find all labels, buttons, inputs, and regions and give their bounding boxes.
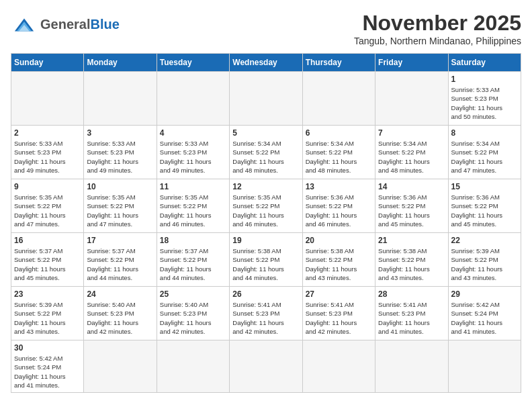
calendar-cell: 30Sunrise: 5:42 AM Sunset: 5:24 PM Dayli…	[11, 340, 84, 393]
page-header: GeneralBlue November 2025 Tangub, Northe…	[11, 11, 521, 46]
day-info: Sunrise: 5:38 AM Sunset: 5:22 PM Dayligh…	[232, 246, 299, 282]
calendar-cell	[230, 72, 302, 126]
calendar-cell: 17Sunrise: 5:37 AM Sunset: 5:22 PM Dayli…	[84, 233, 157, 287]
calendar-week-row: 30Sunrise: 5:42 AM Sunset: 5:24 PM Dayli…	[11, 340, 521, 393]
day-info: Sunrise: 5:38 AM Sunset: 5:22 PM Dayligh…	[306, 246, 372, 282]
weekday-header: Saturday	[448, 54, 521, 72]
day-info: Sunrise: 5:38 AM Sunset: 5:22 PM Dayligh…	[378, 246, 445, 282]
calendar-cell: 6Sunrise: 5:34 AM Sunset: 5:22 PM Daylig…	[302, 126, 375, 179]
calendar-cell: 9Sunrise: 5:35 AM Sunset: 5:22 PM Daylig…	[11, 179, 84, 233]
calendar-cell: 12Sunrise: 5:35 AM Sunset: 5:22 PM Dayli…	[230, 179, 302, 233]
calendar-cell: 3Sunrise: 5:33 AM Sunset: 5:23 PM Daylig…	[84, 126, 157, 179]
day-info: Sunrise: 5:35 AM Sunset: 5:22 PM Dayligh…	[232, 193, 299, 228]
day-info: Sunrise: 5:34 AM Sunset: 5:22 PM Dayligh…	[451, 139, 518, 175]
day-info: Sunrise: 5:37 AM Sunset: 5:22 PM Dayligh…	[160, 246, 226, 282]
calendar-cell: 10Sunrise: 5:35 AM Sunset: 5:22 PM Dayli…	[84, 179, 157, 233]
day-info: Sunrise: 5:33 AM Sunset: 5:23 PM Dayligh…	[87, 139, 153, 175]
calendar-cell: 26Sunrise: 5:41 AM Sunset: 5:23 PM Dayli…	[230, 287, 302, 340]
calendar-cell: 19Sunrise: 5:38 AM Sunset: 5:22 PM Dayli…	[230, 233, 302, 287]
calendar-body: 1Sunrise: 5:33 AM Sunset: 5:23 PM Daylig…	[11, 72, 521, 393]
day-info: Sunrise: 5:39 AM Sunset: 5:22 PM Dayligh…	[14, 300, 81, 336]
calendar-cell: 8Sunrise: 5:34 AM Sunset: 5:22 PM Daylig…	[448, 126, 521, 179]
weekday-header: Wednesday	[230, 54, 302, 72]
calendar-week-row: 1Sunrise: 5:33 AM Sunset: 5:23 PM Daylig…	[11, 72, 521, 126]
day-number: 7	[378, 128, 445, 138]
day-info: Sunrise: 5:37 AM Sunset: 5:22 PM Dayligh…	[87, 246, 153, 282]
day-number: 10	[87, 182, 153, 191]
day-number: 11	[160, 182, 226, 191]
calendar-week-row: 2Sunrise: 5:33 AM Sunset: 5:23 PM Daylig…	[11, 126, 521, 179]
calendar-cell	[84, 340, 157, 393]
day-number: 16	[14, 236, 81, 245]
calendar-table: SundayMondayTuesdayWednesdayThursdayFrid…	[11, 53, 521, 393]
day-number: 29	[451, 289, 518, 299]
day-info: Sunrise: 5:36 AM Sunset: 5:22 PM Dayligh…	[306, 193, 372, 228]
day-number: 3	[87, 128, 153, 138]
day-number: 8	[451, 128, 518, 138]
day-number: 20	[306, 236, 372, 245]
calendar-header-row: SundayMondayTuesdayWednesdayThursdayFrid…	[11, 54, 521, 72]
calendar-cell	[157, 340, 229, 393]
weekday-header: Sunday	[11, 54, 84, 72]
day-number: 17	[87, 236, 153, 245]
day-number: 14	[378, 182, 445, 191]
day-number: 5	[232, 128, 299, 138]
calendar-cell	[375, 340, 448, 393]
day-info: Sunrise: 5:35 AM Sunset: 5:22 PM Dayligh…	[160, 193, 226, 228]
title-block: November 2025 Tangub, Northern Mindanao,…	[354, 11, 521, 46]
calendar-week-row: 23Sunrise: 5:39 AM Sunset: 5:22 PM Dayli…	[11, 287, 521, 340]
day-info: Sunrise: 5:39 AM Sunset: 5:22 PM Dayligh…	[451, 246, 518, 282]
day-info: Sunrise: 5:33 AM Sunset: 5:23 PM Dayligh…	[160, 139, 226, 175]
day-number: 21	[378, 236, 445, 245]
logo-text: GeneralBlue	[40, 17, 120, 32]
calendar-cell: 27Sunrise: 5:41 AM Sunset: 5:23 PM Dayli…	[302, 287, 375, 340]
day-number: 30	[14, 343, 81, 353]
day-info: Sunrise: 5:35 AM Sunset: 5:22 PM Dayligh…	[14, 193, 81, 228]
day-number: 27	[306, 289, 372, 299]
day-info: Sunrise: 5:37 AM Sunset: 5:22 PM Dayligh…	[14, 246, 81, 282]
calendar-cell: 29Sunrise: 5:42 AM Sunset: 5:24 PM Dayli…	[448, 287, 521, 340]
day-info: Sunrise: 5:36 AM Sunset: 5:22 PM Dayligh…	[451, 193, 518, 228]
day-number: 1	[451, 75, 518, 84]
calendar-week-row: 16Sunrise: 5:37 AM Sunset: 5:22 PM Dayli…	[11, 233, 521, 287]
page-subtitle: Tangub, Northern Mindanao, Philippines	[354, 36, 521, 46]
day-number: 6	[306, 128, 372, 138]
calendar-cell: 2Sunrise: 5:33 AM Sunset: 5:23 PM Daylig…	[11, 126, 84, 179]
calendar-cell: 20Sunrise: 5:38 AM Sunset: 5:22 PM Dayli…	[302, 233, 375, 287]
calendar-cell	[84, 72, 157, 126]
day-number: 23	[14, 289, 81, 299]
calendar-cell	[302, 340, 375, 393]
calendar-cell	[11, 72, 84, 126]
day-number: 24	[87, 289, 153, 299]
day-info: Sunrise: 5:42 AM Sunset: 5:24 PM Dayligh…	[14, 354, 81, 390]
day-number: 13	[306, 182, 372, 191]
calendar-cell: 22Sunrise: 5:39 AM Sunset: 5:22 PM Dayli…	[448, 233, 521, 287]
day-info: Sunrise: 5:35 AM Sunset: 5:22 PM Dayligh…	[87, 193, 153, 228]
calendar-cell: 1Sunrise: 5:33 AM Sunset: 5:23 PM Daylig…	[448, 72, 521, 126]
calendar-cell: 11Sunrise: 5:35 AM Sunset: 5:22 PM Dayli…	[157, 179, 229, 233]
calendar-cell: 24Sunrise: 5:40 AM Sunset: 5:23 PM Dayli…	[84, 287, 157, 340]
day-number: 22	[451, 236, 518, 245]
day-info: Sunrise: 5:40 AM Sunset: 5:23 PM Dayligh…	[160, 300, 226, 336]
weekday-header: Friday	[375, 54, 448, 72]
day-info: Sunrise: 5:40 AM Sunset: 5:23 PM Dayligh…	[87, 300, 153, 336]
calendar-cell: 21Sunrise: 5:38 AM Sunset: 5:22 PM Dayli…	[375, 233, 448, 287]
logo-icon	[11, 17, 38, 32]
day-number: 2	[14, 128, 81, 138]
calendar-cell: 13Sunrise: 5:36 AM Sunset: 5:22 PM Dayli…	[302, 179, 375, 233]
day-number: 12	[232, 182, 299, 191]
day-info: Sunrise: 5:42 AM Sunset: 5:24 PM Dayligh…	[451, 300, 518, 336]
weekday-header: Tuesday	[157, 54, 229, 72]
calendar-cell: 15Sunrise: 5:36 AM Sunset: 5:22 PM Dayli…	[448, 179, 521, 233]
calendar-cell	[230, 340, 302, 393]
day-info: Sunrise: 5:34 AM Sunset: 5:22 PM Dayligh…	[232, 139, 299, 175]
calendar-cell: 16Sunrise: 5:37 AM Sunset: 5:22 PM Dayli…	[11, 233, 84, 287]
calendar-cell: 7Sunrise: 5:34 AM Sunset: 5:22 PM Daylig…	[375, 126, 448, 179]
weekday-header: Monday	[84, 54, 157, 72]
calendar-cell: 18Sunrise: 5:37 AM Sunset: 5:22 PM Dayli…	[157, 233, 229, 287]
calendar-cell	[375, 72, 448, 126]
day-info: Sunrise: 5:41 AM Sunset: 5:23 PM Dayligh…	[306, 300, 372, 336]
calendar-cell	[448, 340, 521, 393]
day-info: Sunrise: 5:34 AM Sunset: 5:22 PM Dayligh…	[378, 139, 445, 175]
day-info: Sunrise: 5:41 AM Sunset: 5:23 PM Dayligh…	[378, 300, 445, 336]
